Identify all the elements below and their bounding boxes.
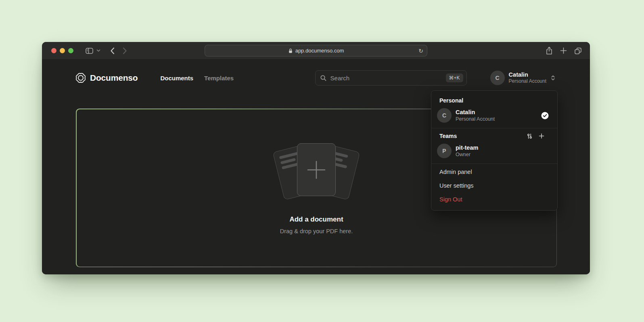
avatar: C [437,108,452,123]
plus-icon [305,159,327,181]
forward-button[interactable] [123,47,127,54]
personal-account-name: Catalin [456,109,495,116]
app-header: Documenso Documents Templates Search ⌘+K… [75,70,556,86]
teams-actions [527,133,549,139]
minimize-window-button[interactable] [60,48,65,53]
team-name: pit-team [456,144,478,151]
avatar: C [490,71,505,85]
manage-teams-icon[interactable] [527,133,533,139]
new-tab-icon[interactable] [560,47,567,54]
address-bar[interactable]: app.documenso.com ↻ [205,45,427,56]
menu-item-admin-panel[interactable]: Admin panel [435,165,554,179]
dropzone-title: Add a document [289,215,343,224]
teams-section-label: Teams [439,133,457,139]
browser-window: app.documenso.com ↻ [42,42,590,274]
primary-nav: Documents Templates [160,75,234,82]
sidebar-chevron-down-icon[interactable] [96,49,100,52]
nav-templates[interactable]: Templates [204,75,234,82]
back-button[interactable] [110,47,115,54]
documenso-logo-icon [75,73,86,83]
reload-icon[interactable]: ↻ [418,48,423,54]
browser-toolbar: app.documenso.com ↻ [42,42,590,60]
search-icon [320,75,327,82]
menu-divider [431,163,557,164]
dropzone-subtitle: Drag & drop your PDF here. [280,228,353,234]
team-text: pit-team Owner [456,144,478,158]
selected-check-icon [541,112,549,119]
account-type: Personal Account [509,78,546,85]
share-icon[interactable] [546,46,553,55]
document-card-add [297,143,336,196]
menu-item-user-settings[interactable]: User settings [435,179,554,192]
zoom-window-button[interactable] [68,48,73,53]
search-input[interactable]: Search ⌘+K [315,70,467,86]
close-window-button[interactable] [51,48,56,53]
menu-item-sign-out[interactable]: Sign Out [435,192,554,207]
nav-documents[interactable]: Documents [160,75,193,82]
account-text: Catalin Personal Account [509,71,546,85]
traffic-lights [51,48,73,53]
brand-name: Documenso [90,73,138,83]
menu-divider [431,128,557,128]
chevrons-up-down-icon [550,75,556,81]
search-placeholder: Search [330,75,350,82]
document-cards-illustration [274,141,359,202]
lock-icon [288,48,293,54]
personal-account-subtitle: Personal Account [456,116,495,122]
team-item[interactable]: P pit-team Owner [435,142,554,162]
app-content: Documenso Documents Templates Search ⌘+K… [42,60,590,274]
team-role: Owner [456,151,478,158]
url-text: app.documenso.com [295,48,344,54]
avatar: P [437,144,452,158]
account-dropdown-menu: Personal C Catalin Personal Account Team… [431,90,558,211]
search-shortcut-badge: ⌘+K [446,73,463,82]
personal-section-label: Personal [435,94,554,107]
create-team-icon[interactable] [539,133,544,139]
personal-account-item[interactable]: C Catalin Personal Account [435,107,554,127]
toolbar-right-actions [546,46,582,55]
account-name: Catalin [509,71,546,78]
tab-overview-icon[interactable] [574,47,582,54]
personal-account-text: Catalin Personal Account [456,109,495,122]
sidebar-toggle-icon[interactable] [85,47,94,54]
account-menu-trigger[interactable]: C Catalin Personal Account [490,71,556,85]
brand[interactable]: Documenso [75,73,138,83]
teams-section-header: Teams [435,130,554,142]
